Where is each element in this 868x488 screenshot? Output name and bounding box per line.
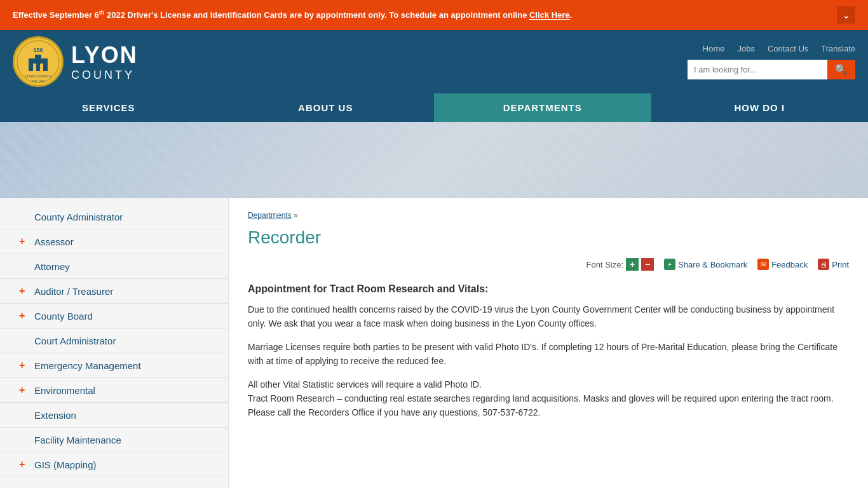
- sidebar-label-assessor: Assessor: [34, 236, 74, 247]
- sidebar-label-county-board: County Board: [34, 311, 93, 322]
- logo-emblem: 150 LYON COUNTY 1870 - 2020: [13, 36, 64, 87]
- sidebar-item-extension[interactable]: Extension: [0, 403, 228, 428]
- font-increase-button[interactable]: +: [626, 258, 639, 271]
- nav-link-contact[interactable]: Contact Us: [768, 44, 808, 53]
- page-title: Recorder: [248, 227, 849, 248]
- sidebar-label-gis: GIS (Mapping): [34, 459, 97, 470]
- hero-image: [0, 122, 868, 198]
- svg-text:LYON COUNTY: LYON COUNTY: [25, 74, 52, 78]
- sidebar-label-environmental: Environmental: [34, 385, 95, 396]
- svg-rect-3: [35, 55, 41, 60]
- nav-about[interactable]: ABOUT US: [217, 93, 435, 122]
- collapse-button[interactable]: ⌄: [837, 6, 855, 24]
- sidebar-item-county-administrator[interactable]: County Administrator: [0, 205, 228, 229]
- plus-icon-environmental: +: [19, 384, 28, 396]
- sidebar-label-court-administrator: Court Administrator: [34, 336, 116, 346]
- sidebar-item-county-board[interactable]: + County Board: [0, 304, 228, 329]
- nav-howdo[interactable]: HOW DO I: [651, 93, 869, 122]
- spacer-icon-attorney: [19, 261, 28, 272]
- nav-departments[interactable]: DEPARTMENTS: [434, 93, 651, 122]
- sidebar-label-facility: Facility Maintenance: [34, 435, 121, 445]
- sidebar-item-assessor[interactable]: + Assessor: [0, 229, 228, 254]
- article-para-2: Marriage Licenses require both parties t…: [248, 340, 849, 369]
- sidebar-item-environmental[interactable]: + Environmental: [0, 378, 228, 403]
- search-button[interactable]: 🔍: [827, 60, 855, 79]
- header: 150 LYON COUNTY 1870 - 2020 LYON COUNTY …: [0, 30, 868, 93]
- header-right: Home Jobs Contact Us Translate 🔍: [688, 44, 855, 79]
- feedback-icon: ✉: [757, 259, 769, 270]
- logo-svg: 150 LYON COUNTY 1870 - 2020: [16, 39, 60, 84]
- feedback-label: Feedback: [771, 260, 808, 269]
- spacer-icon-court: [19, 335, 28, 346]
- share-bookmark-link[interactable]: + Share & Bookmark: [664, 259, 747, 270]
- sidebar-item-attorney[interactable]: Attorney: [0, 254, 228, 279]
- breadcrumb: Departments »: [248, 211, 849, 220]
- sidebar: County Administrator + Assessor Attorney…: [0, 198, 229, 488]
- spacer-icon-facility: [19, 434, 28, 445]
- sidebar-label-county-administrator: County Administrator: [34, 212, 123, 222]
- breadcrumb-link[interactable]: Departments: [248, 211, 292, 220]
- sidebar-label-emergency: Emergency Management: [34, 360, 141, 371]
- article-title: Appointment for Tract Room Research and …: [248, 283, 849, 295]
- breadcrumb-separator: »: [294, 211, 298, 220]
- sidebar-label-extension: Extension: [34, 410, 76, 421]
- sidebar-label-auditor: Auditor / Treasurer: [34, 286, 113, 297]
- plus-icon-assessor: +: [19, 236, 28, 247]
- article: Appointment for Tract Room Research and …: [248, 283, 849, 420]
- svg-rect-5: [40, 64, 43, 71]
- logo: 150 LYON COUNTY 1870 - 2020 LYON COUNTY: [13, 36, 138, 87]
- plus-icon-county-board: +: [19, 310, 28, 322]
- sidebar-label-attorney: Attorney: [34, 261, 70, 272]
- print-icon: 🖨: [818, 259, 829, 270]
- county-sub: COUNTY: [71, 69, 138, 82]
- plus-icon-auditor: +: [19, 285, 28, 297]
- svg-text:1870 - 2020: 1870 - 2020: [31, 79, 45, 83]
- main-content: Departments » Recorder Font Size: + − + …: [229, 198, 868, 488]
- search-bar: 🔍: [688, 60, 855, 79]
- search-input[interactable]: [688, 60, 827, 79]
- print-link[interactable]: 🖨 Print: [818, 259, 849, 270]
- share-icon: +: [664, 259, 675, 270]
- svg-text:150: 150: [33, 47, 43, 53]
- alert-text: Effective September 6th 2022 Driver's Li…: [13, 10, 572, 20]
- plus-icon-gis: +: [19, 459, 28, 470]
- plus-icon-emergency: +: [19, 360, 28, 371]
- font-size-label: Font Size:: [587, 260, 624, 269]
- alert-banner: Effective September 6th 2022 Driver's Li…: [0, 0, 868, 30]
- svg-rect-2: [29, 58, 48, 71]
- sidebar-item-emergency[interactable]: + Emergency Management: [0, 353, 228, 378]
- print-label: Print: [832, 260, 849, 269]
- nav-link-home[interactable]: Home: [703, 44, 725, 53]
- nav-services[interactable]: SERVICES: [0, 93, 217, 122]
- sidebar-item-auditor[interactable]: + Auditor / Treasurer: [0, 279, 228, 304]
- nav-link-jobs[interactable]: Jobs: [738, 44, 755, 53]
- spacer-icon-extension: [19, 409, 28, 421]
- content-wrapper: County Administrator + Assessor Attorney…: [0, 198, 868, 488]
- article-para-1: Due to the continued health concerns rai…: [248, 302, 849, 331]
- article-para-3: All other Vital Statistic services will …: [248, 377, 849, 420]
- sidebar-item-court-administrator[interactable]: Court Administrator: [0, 329, 228, 353]
- spacer-icon: [19, 211, 28, 222]
- feedback-link[interactable]: ✉ Feedback: [757, 259, 808, 270]
- logo-text: LYON COUNTY: [71, 42, 138, 82]
- county-name: LYON: [71, 42, 138, 69]
- alert-link[interactable]: Click Here: [529, 11, 570, 20]
- header-nav-links: Home Jobs Contact Us Translate: [688, 44, 855, 53]
- font-decrease-button[interactable]: −: [641, 258, 654, 271]
- main-nav: SERVICES ABOUT US DEPARTMENTS HOW DO I: [0, 93, 868, 122]
- font-size-controls: Font Size: + −: [587, 258, 654, 271]
- action-bar: Font Size: + − + Share & Bookmark ✉ Feed…: [248, 258, 849, 271]
- svg-rect-4: [33, 64, 36, 71]
- sidebar-item-gis[interactable]: + GIS (Mapping): [0, 452, 228, 477]
- share-label: Share & Bookmark: [678, 260, 747, 269]
- nav-link-translate[interactable]: Translate: [821, 44, 855, 53]
- sidebar-item-facility[interactable]: Facility Maintenance: [0, 428, 228, 452]
